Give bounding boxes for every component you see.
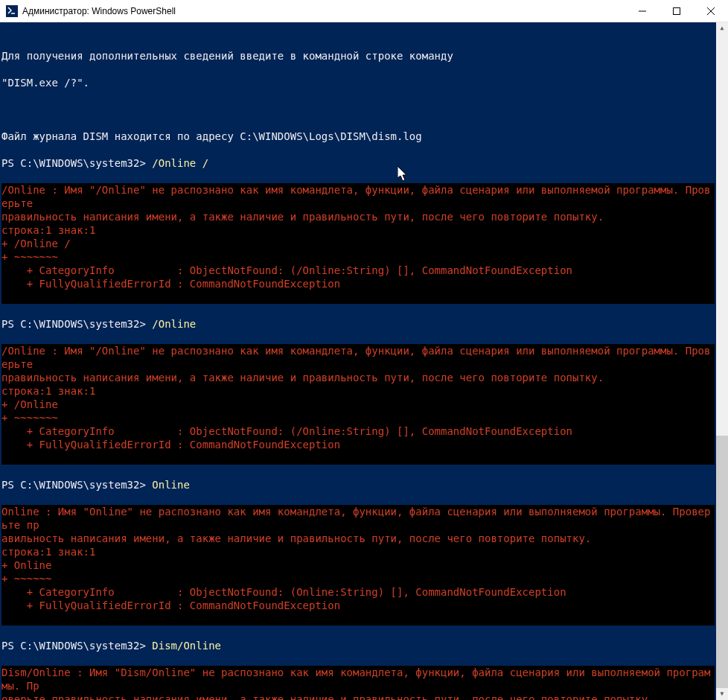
error-msg: авильность написания имени, а также нали… [1, 532, 715, 545]
terminal-content[interactable]: Для получения дополнительных сведений вв… [0, 36, 716, 700]
error-msg: оверьте правильность написания имени, а … [1, 693, 715, 700]
command-input: /Online [152, 318, 196, 330]
prompt: PS C:\WINDOWS\system32> [1, 318, 152, 330]
help-text: Для получения дополнительных сведений вв… [1, 49, 715, 63]
error-position: строка:1 знак:1 [1, 384, 715, 398]
minimize-button[interactable] [625, 0, 660, 22]
error-fqid: + FullyQualifiedErrorId : CommandNotFoun… [1, 438, 715, 451]
error-position: строка:1 знак:1 [1, 545, 715, 559]
scrollbar-up-icon[interactable]: ▲ [716, 22, 728, 34]
error-msg: /Online : Имя "/Online" не распознано ка… [1, 183, 715, 210]
scrollbar-down-icon[interactable]: ▼ [716, 688, 728, 700]
error-tilde: + ~~~~~~~ [1, 411, 715, 424]
error-echo: + /Online [1, 398, 715, 411]
error-tilde: + ~~~~~~ [1, 572, 715, 585]
window-controls [625, 0, 728, 22]
prompt-line: PS C:\WINDOWS\system32> /Online [1, 317, 715, 331]
prompt-line: PS C:\WINDOWS\system32> Dism/Online [1, 639, 715, 652]
close-button[interactable] [694, 0, 728, 22]
blank-line [1, 103, 715, 116]
prompt: PS C:\WINDOWS\system32> [1, 640, 152, 652]
error-msg: правильность написания имени, а также на… [1, 371, 715, 384]
prompt-line: PS C:\WINDOWS\system32> Online [1, 478, 715, 491]
error-tilde: + ~~~~~~~ [1, 250, 715, 264]
terminal-area[interactable]: Для получения дополнительных сведений вв… [0, 22, 728, 700]
window-title: Администратор: Windows PowerShell [22, 4, 625, 18]
window-titlebar: Администратор: Windows PowerShell [0, 0, 728, 22]
prompt-line: PS C:\WINDOWS\system32> /Online / [1, 156, 715, 170]
error-msg: /Online : Имя "/Online" не распознано ка… [1, 344, 715, 371]
prompt: PS C:\WINDOWS\system32> [1, 157, 152, 169]
error-echo: + Online [1, 559, 715, 572]
prompt: PS C:\WINDOWS\system32> [1, 479, 152, 491]
blank-line [1, 451, 715, 465]
error-msg: правильность написания имени, а также на… [1, 210, 715, 223]
error-category: + CategoryInfo : ObjectNotFound: (/Onlin… [1, 424, 715, 438]
command-input: Dism/Online [152, 640, 221, 652]
error-fqid: + FullyQualifiedErrorId : CommandNotFoun… [1, 599, 715, 612]
command-input: /Online / [152, 157, 208, 169]
svg-rect-0 [674, 7, 680, 14]
error-category: + CategoryInfo : ObjectNotFound: (/Onlin… [1, 264, 715, 277]
error-category: + CategoryInfo : ObjectNotFound: (Online… [1, 585, 715, 599]
error-fqid: + FullyQualifiedErrorId : CommandNotFoun… [1, 277, 715, 290]
error-echo: + /Online / [1, 237, 715, 250]
error-msg: Online : Имя "Online" не распознано как … [1, 505, 715, 532]
scrollbar-thumb[interactable] [716, 436, 728, 700]
maximize-button[interactable] [660, 0, 694, 22]
vertical-scrollbar[interactable]: ▲ ▼ [716, 22, 728, 700]
powershell-icon [6, 5, 18, 17]
help-cmd: "DISM.exe /?". [1, 76, 715, 89]
error-position: строка:1 знак:1 [1, 223, 715, 237]
command-input: Online [152, 479, 190, 491]
log-path: Файл журнала DISM находится по адресу C:… [1, 130, 715, 143]
blank-line [1, 612, 715, 626]
blank-line [1, 290, 715, 304]
error-msg: Dism/Online : Имя "Dism/Online" не распо… [1, 666, 715, 693]
